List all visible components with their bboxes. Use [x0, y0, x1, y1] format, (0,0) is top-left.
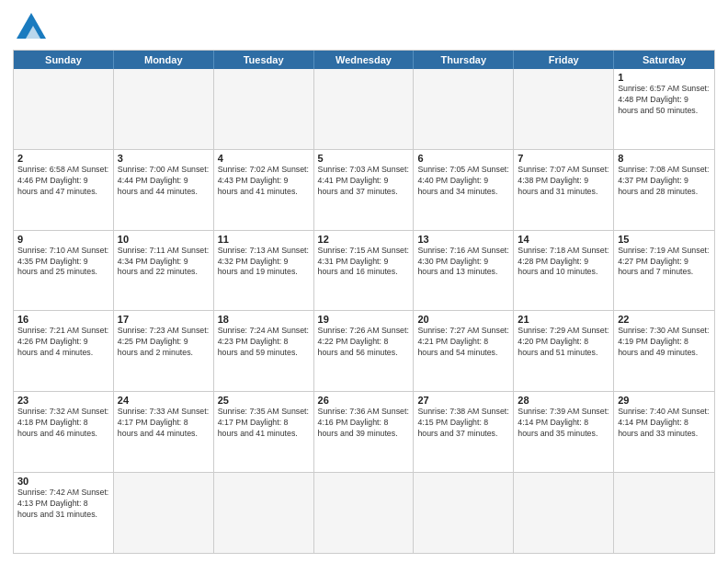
day-number: 1: [618, 72, 711, 83]
cell-info: Sunrise: 7:21 AM Sunset: 4:26 PM Dayligh…: [17, 326, 109, 359]
day-number: 11: [218, 234, 310, 245]
calendar-cell: [114, 69, 214, 149]
day-number: 22: [618, 314, 711, 325]
cell-info: Sunrise: 7:35 AM Sunset: 4:17 PM Dayligh…: [218, 407, 310, 440]
calendar-cell: 18Sunrise: 7:24 AM Sunset: 4:23 PM Dayli…: [214, 311, 314, 391]
calendar-cell: [14, 69, 114, 149]
cell-info: Sunrise: 7:02 AM Sunset: 4:43 PM Dayligh…: [218, 165, 310, 198]
calendar-cell: [214, 473, 314, 553]
calendar-cell: 5Sunrise: 7:03 AM Sunset: 4:41 PM Daylig…: [314, 150, 415, 230]
day-number: 12: [318, 234, 410, 245]
cell-info: Sunrise: 7:30 AM Sunset: 4:19 PM Dayligh…: [618, 326, 711, 359]
calendar-cell: 30Sunrise: 7:42 AM Sunset: 4:13 PM Dayli…: [14, 473, 114, 553]
calendar-row-5: 30Sunrise: 7:42 AM Sunset: 4:13 PM Dayli…: [14, 472, 714, 553]
day-number: 29: [618, 395, 711, 406]
cell-info: Sunrise: 7:10 AM Sunset: 4:35 PM Dayligh…: [17, 246, 109, 279]
day-number: 17: [118, 314, 210, 325]
day-number: 28: [518, 395, 609, 406]
calendar-cell: 2Sunrise: 6:58 AM Sunset: 4:46 PM Daylig…: [14, 150, 114, 230]
day-number: 8: [618, 153, 711, 164]
day-number: 24: [118, 395, 210, 406]
cell-info: Sunrise: 7:29 AM Sunset: 4:20 PM Dayligh…: [518, 326, 609, 359]
page: SundayMondayTuesdayWednesdayThursdayFrid…: [0, 0, 728, 563]
cell-info: Sunrise: 7:36 AM Sunset: 4:16 PM Dayligh…: [318, 407, 410, 440]
cell-info: Sunrise: 7:27 AM Sunset: 4:21 PM Dayligh…: [417, 326, 509, 359]
calendar-cell: 4Sunrise: 7:02 AM Sunset: 4:43 PM Daylig…: [214, 150, 314, 230]
calendar-cell: [314, 69, 415, 149]
cell-info: Sunrise: 7:11 AM Sunset: 4:34 PM Dayligh…: [118, 246, 210, 279]
calendar-cell: 19Sunrise: 7:26 AM Sunset: 4:22 PM Dayli…: [314, 311, 415, 391]
day-number: 6: [417, 153, 509, 164]
calendar-header: SundayMondayTuesdayWednesdayThursdayFrid…: [14, 51, 714, 69]
cell-info: Sunrise: 7:16 AM Sunset: 4:30 PM Dayligh…: [417, 246, 509, 279]
cell-info: Sunrise: 7:08 AM Sunset: 4:37 PM Dayligh…: [618, 165, 711, 198]
calendar-cell: 11Sunrise: 7:13 AM Sunset: 4:32 PM Dayli…: [214, 231, 314, 311]
header-day-friday: Friday: [514, 51, 614, 69]
calendar-cell: 13Sunrise: 7:16 AM Sunset: 4:30 PM Dayli…: [414, 231, 514, 311]
cell-info: Sunrise: 7:32 AM Sunset: 4:18 PM Dayligh…: [17, 407, 109, 440]
header-day-tuesday: Tuesday: [214, 51, 314, 69]
calendar-row-0: 1Sunrise: 6:57 AM Sunset: 4:48 PM Daylig…: [14, 69, 714, 149]
cell-info: Sunrise: 7:03 AM Sunset: 4:41 PM Dayligh…: [318, 165, 410, 198]
header-day-saturday: Saturday: [614, 51, 714, 69]
header-day-monday: Monday: [114, 51, 214, 69]
cell-info: Sunrise: 7:40 AM Sunset: 4:14 PM Dayligh…: [618, 407, 711, 440]
calendar-body: 1Sunrise: 6:57 AM Sunset: 4:48 PM Daylig…: [14, 69, 714, 553]
calendar-cell: [314, 473, 415, 553]
cell-info: Sunrise: 7:15 AM Sunset: 4:31 PM Dayligh…: [318, 246, 410, 279]
calendar: SundayMondayTuesdayWednesdayThursdayFrid…: [13, 50, 715, 554]
calendar-cell: [514, 69, 614, 149]
cell-info: Sunrise: 7:18 AM Sunset: 4:28 PM Dayligh…: [518, 246, 609, 279]
logo-icon: [13, 9, 46, 42]
calendar-cell: 16Sunrise: 7:21 AM Sunset: 4:26 PM Dayli…: [14, 311, 114, 391]
calendar-cell: [114, 473, 214, 553]
day-number: 23: [17, 395, 109, 406]
calendar-cell: 24Sunrise: 7:33 AM Sunset: 4:17 PM Dayli…: [114, 392, 214, 472]
calendar-cell: 25Sunrise: 7:35 AM Sunset: 4:17 PM Dayli…: [214, 392, 314, 472]
calendar-cell: 7Sunrise: 7:07 AM Sunset: 4:38 PM Daylig…: [514, 150, 614, 230]
calendar-cell: 21Sunrise: 7:29 AM Sunset: 4:20 PM Dayli…: [514, 311, 614, 391]
calendar-cell: 10Sunrise: 7:11 AM Sunset: 4:34 PM Dayli…: [114, 231, 214, 311]
cell-info: Sunrise: 7:26 AM Sunset: 4:22 PM Dayligh…: [318, 326, 410, 359]
day-number: 2: [17, 153, 109, 164]
cell-info: Sunrise: 7:00 AM Sunset: 4:44 PM Dayligh…: [118, 165, 210, 198]
header: [13, 9, 715, 42]
cell-info: Sunrise: 7:42 AM Sunset: 4:13 PM Dayligh…: [17, 488, 109, 521]
cell-info: Sunrise: 6:58 AM Sunset: 4:46 PM Dayligh…: [17, 165, 109, 198]
day-number: 30: [17, 476, 109, 487]
calendar-cell: 20Sunrise: 7:27 AM Sunset: 4:21 PM Dayli…: [414, 311, 514, 391]
calendar-cell: 23Sunrise: 7:32 AM Sunset: 4:18 PM Dayli…: [14, 392, 114, 472]
day-number: 21: [518, 314, 609, 325]
cell-info: Sunrise: 7:38 AM Sunset: 4:15 PM Dayligh…: [417, 407, 509, 440]
calendar-cell: [214, 69, 314, 149]
calendar-cell: [614, 473, 714, 553]
calendar-cell: 15Sunrise: 7:19 AM Sunset: 4:27 PM Dayli…: [614, 231, 714, 311]
day-number: 14: [518, 234, 609, 245]
cell-info: Sunrise: 7:33 AM Sunset: 4:17 PM Dayligh…: [118, 407, 210, 440]
day-number: 25: [218, 395, 310, 406]
day-number: 4: [218, 153, 310, 164]
calendar-cell: [414, 473, 514, 553]
calendar-cell: 3Sunrise: 7:00 AM Sunset: 4:44 PM Daylig…: [114, 150, 214, 230]
calendar-cell: 1Sunrise: 6:57 AM Sunset: 4:48 PM Daylig…: [614, 69, 714, 149]
calendar-cell: 9Sunrise: 7:10 AM Sunset: 4:35 PM Daylig…: [14, 231, 114, 311]
day-number: 18: [218, 314, 310, 325]
day-number: 20: [417, 314, 509, 325]
header-day-wednesday: Wednesday: [314, 51, 415, 69]
day-number: 19: [318, 314, 410, 325]
cell-info: Sunrise: 7:24 AM Sunset: 4:23 PM Dayligh…: [218, 326, 310, 359]
calendar-cell: [414, 69, 514, 149]
calendar-cell: 29Sunrise: 7:40 AM Sunset: 4:14 PM Dayli…: [614, 392, 714, 472]
calendar-row-2: 9Sunrise: 7:10 AM Sunset: 4:35 PM Daylig…: [14, 230, 714, 311]
calendar-cell: 17Sunrise: 7:23 AM Sunset: 4:25 PM Dayli…: [114, 311, 214, 391]
header-day-thursday: Thursday: [414, 51, 514, 69]
day-number: 27: [417, 395, 509, 406]
day-number: 5: [318, 153, 410, 164]
calendar-cell: 6Sunrise: 7:05 AM Sunset: 4:40 PM Daylig…: [414, 150, 514, 230]
cell-info: Sunrise: 7:23 AM Sunset: 4:25 PM Dayligh…: [118, 326, 210, 359]
calendar-cell: 12Sunrise: 7:15 AM Sunset: 4:31 PM Dayli…: [314, 231, 415, 311]
calendar-row-3: 16Sunrise: 7:21 AM Sunset: 4:26 PM Dayli…: [14, 310, 714, 391]
day-number: 26: [318, 395, 410, 406]
cell-info: Sunrise: 7:39 AM Sunset: 4:14 PM Dayligh…: [518, 407, 609, 440]
calendar-cell: 28Sunrise: 7:39 AM Sunset: 4:14 PM Dayli…: [514, 392, 614, 472]
